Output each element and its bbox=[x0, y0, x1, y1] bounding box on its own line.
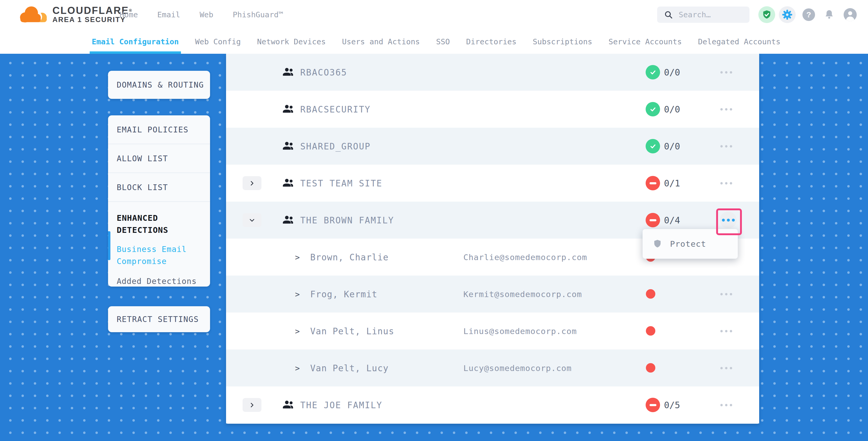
sidebar-policy-item[interactable]: BLOCK LIST bbox=[108, 173, 210, 202]
primary-nav-item[interactable]: Email bbox=[157, 10, 180, 19]
secondary-tabbar: Email ConfigurationWeb ConfigNetwork Dev… bbox=[0, 29, 868, 54]
group-people-icon bbox=[282, 102, 295, 117]
table-row[interactable]: > Van Pelt, Linus Linus@somedemocorp.com bbox=[226, 313, 759, 349]
group-name: RBACSECURITY bbox=[300, 104, 371, 114]
group-people-icon bbox=[282, 66, 295, 80]
status-blocked-badge bbox=[646, 213, 660, 227]
sidebar-policy-item[interactable]: ALLOW LIST bbox=[108, 144, 210, 173]
row-kebab-menu-icon-active[interactable] bbox=[720, 212, 737, 228]
group-name: THE BROWN FAMILY bbox=[300, 215, 394, 225]
settings-tab[interactable]: Subscriptions bbox=[533, 29, 592, 54]
row-kebab-menu-icon[interactable] bbox=[719, 179, 733, 187]
group-name: RBACO365 bbox=[300, 67, 347, 77]
search-bar[interactable] bbox=[657, 6, 749, 23]
cloudflare-cloud-icon bbox=[16, 3, 49, 24]
protected-count: 0/0 bbox=[664, 141, 680, 152]
group-people-icon bbox=[282, 398, 295, 412]
group-name: THE JOE FAMILY bbox=[300, 400, 382, 410]
protected-count: 0/4 bbox=[664, 215, 680, 225]
primary-nav-item[interactable]: PhishGuard™ bbox=[233, 10, 283, 19]
active-item-indicator-bar bbox=[108, 231, 111, 260]
protected-count: 0/1 bbox=[664, 178, 680, 189]
member-name: Frog, Kermit bbox=[310, 289, 377, 299]
member-name: Brown, Charlie bbox=[310, 252, 389, 262]
row-kebab-menu-icon[interactable] bbox=[719, 143, 733, 150]
protect-menu-item[interactable]: Protect bbox=[670, 239, 706, 249]
sidebar-policies-card: EMAIL POLICIESALLOW LISTBLOCK LIST ENHAN… bbox=[108, 115, 210, 287]
row-context-menu: Protect bbox=[643, 229, 738, 259]
settings-tab[interactable]: Users and Actions bbox=[342, 29, 420, 54]
status-dot bbox=[646, 363, 655, 373]
sidebar-policy-item[interactable]: EMAIL POLICIES bbox=[108, 115, 210, 144]
settings-tab[interactable]: Directories bbox=[466, 29, 516, 54]
search-input[interactable] bbox=[678, 10, 745, 20]
primary-nav-item[interactable]: Home bbox=[120, 10, 138, 19]
protected-count: 0/0 bbox=[664, 67, 680, 77]
notifications-bell-icon[interactable] bbox=[821, 6, 838, 23]
search-icon bbox=[664, 10, 673, 19]
member-name: Van Pelt, Lucy bbox=[310, 363, 389, 373]
cloudflare-logo[interactable]: CLOUDFLARE® AREA 1 SECURITY bbox=[16, 3, 133, 24]
member-email: Lucy@somedemocorp.com bbox=[463, 364, 572, 373]
groups-table-panel: RBACO365 0/0 bbox=[226, 54, 759, 424]
help-icon[interactable]: ? bbox=[800, 6, 817, 23]
member-chevron-icon[interactable]: > bbox=[295, 326, 300, 336]
table-row[interactable]: RBACO365 0/0 bbox=[226, 54, 759, 91]
primary-nav: HomeEmailWebPhishGuard™ bbox=[120, 0, 283, 29]
collapse-chevron-down-icon[interactable] bbox=[243, 213, 261, 227]
row-kebab-menu-icon[interactable] bbox=[719, 401, 733, 409]
group-people-icon bbox=[282, 139, 295, 154]
settings-tabs: Email ConfigurationWeb ConfigNetwork Dev… bbox=[92, 29, 780, 54]
sidebar-label: DOMAINS & ROUTING bbox=[117, 80, 204, 89]
status-dot bbox=[646, 326, 655, 336]
sidebar-enhanced-detections-section: ENHANCED DETECTIONS Business Email Compr… bbox=[108, 202, 210, 287]
row-kebab-menu-icon[interactable] bbox=[719, 290, 733, 298]
security-shield-check-icon[interactable] bbox=[758, 6, 775, 23]
member-chevron-icon[interactable]: > bbox=[295, 364, 300, 373]
area1-security-app: CLOUDFLARE® AREA 1 SECURITY HomeEmailWeb… bbox=[0, 0, 868, 441]
member-chevron-icon[interactable]: > bbox=[295, 252, 300, 262]
row-kebab-menu-icon[interactable] bbox=[719, 327, 733, 335]
table-row[interactable]: RBACSECURITY 0/0 bbox=[226, 91, 759, 128]
member-chevron-icon[interactable]: > bbox=[295, 289, 300, 298]
account-avatar-icon[interactable] bbox=[842, 6, 859, 23]
member-email: Charlie@somedemocorp.com bbox=[463, 252, 587, 262]
table-row[interactable]: TEST TEAM SITE 0/1 bbox=[226, 165, 759, 201]
group-people-icon bbox=[282, 177, 295, 191]
table-row[interactable]: THE JOE FAMILY 0/5 bbox=[226, 386, 759, 423]
settings-tab[interactable]: Email Configuration bbox=[92, 29, 179, 54]
top-header: CLOUDFLARE® AREA 1 SECURITY HomeEmailWeb… bbox=[0, 0, 868, 29]
protected-count: 0/5 bbox=[664, 400, 680, 410]
member-name: Van Pelt, Linus bbox=[310, 326, 394, 336]
status-dot bbox=[646, 289, 655, 298]
expand-chevron-right-icon[interactable] bbox=[243, 176, 261, 190]
group-people-icon bbox=[282, 213, 295, 228]
status-ok-badge bbox=[646, 139, 660, 153]
expand-chevron-right-icon[interactable] bbox=[243, 398, 261, 412]
group-name: SHARED_GROUP bbox=[300, 141, 371, 151]
sidebar-item-enhanced-detections[interactable]: ENHANCED DETECTIONS bbox=[117, 212, 185, 236]
table-row[interactable]: > Van Pelt, Lucy Lucy@somedemocorp.com bbox=[226, 349, 759, 386]
row-kebab-menu-icon[interactable] bbox=[719, 364, 733, 372]
settings-tab[interactable]: Network Devices bbox=[257, 29, 326, 54]
status-blocked-badge bbox=[646, 176, 660, 190]
sidebar-item-retract-settings[interactable]: RETRACT SETTINGS bbox=[108, 306, 210, 332]
page-background: DOMAINS & ROUTING EMAIL POLICIESALLOW LI… bbox=[0, 54, 868, 441]
sidebar-enhanced-sub-item[interactable]: Added Detections bbox=[117, 275, 202, 287]
shield-icon bbox=[653, 239, 662, 249]
settings-tab[interactable]: Web Config bbox=[195, 29, 241, 54]
member-email: Linus@somedemocorp.com bbox=[463, 326, 577, 336]
table-row[interactable]: > Frog, Kermit Kermit@somedemocorp.com bbox=[226, 276, 759, 313]
primary-nav-item[interactable]: Web bbox=[199, 10, 213, 19]
settings-gear-icon[interactable] bbox=[779, 6, 796, 23]
settings-tab[interactable]: Service Accounts bbox=[609, 29, 682, 54]
protected-count: 0/0 bbox=[664, 104, 680, 115]
table-row[interactable]: SHARED_GROUP 0/0 bbox=[226, 128, 759, 165]
row-kebab-menu-icon[interactable] bbox=[719, 105, 733, 113]
settings-tab[interactable]: Delegated Accounts bbox=[698, 29, 780, 54]
sidebar-item-domains-routing[interactable]: DOMAINS & ROUTING bbox=[108, 71, 210, 99]
sidebar-enhanced-sub-item[interactable]: Business Email Compromise bbox=[117, 243, 187, 267]
settings-tab[interactable]: SSO bbox=[436, 29, 450, 54]
sidebar-label: RETRACT SETTINGS bbox=[117, 315, 199, 324]
row-kebab-menu-icon[interactable] bbox=[719, 68, 733, 76]
